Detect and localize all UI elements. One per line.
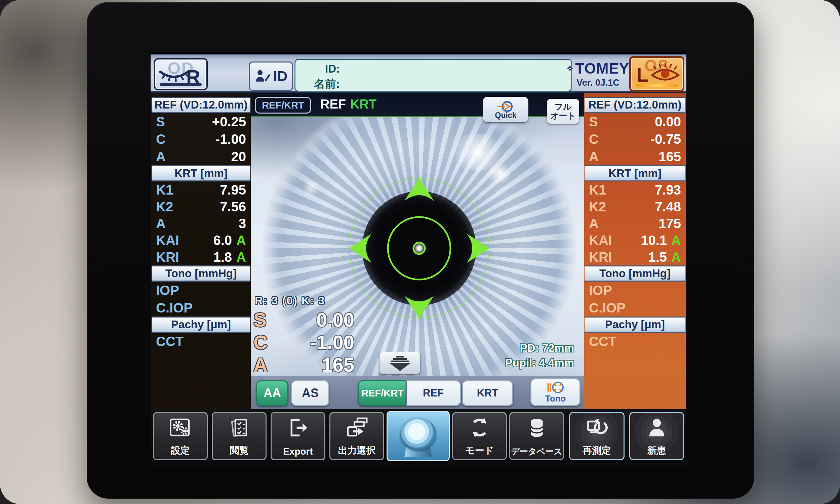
measurement-row: KRI1.8A <box>151 249 251 266</box>
remeasure-button[interactable]: 再測定 <box>569 412 625 460</box>
sca-row: S0.00 <box>253 308 354 331</box>
gear-icon <box>169 417 192 438</box>
mode-refkrt-button[interactable]: REF/KRT <box>358 380 406 406</box>
pd-pupil-readout: PD: 72mm Pupil: 4.4mm <box>505 341 574 370</box>
remeasure-icon <box>585 417 609 438</box>
measurement-row: KRI1.5A <box>584 249 686 266</box>
closed-eyelid-icon <box>158 68 190 84</box>
measurement-row: C.IOP <box>151 299 251 317</box>
sca-row: A165 <box>253 354 354 376</box>
measurement-row: IOP <box>584 282 686 299</box>
mode-ref-button[interactable]: REF <box>406 380 461 406</box>
document-list-icon <box>228 417 251 438</box>
measurement-row: K27.48 <box>584 198 686 215</box>
person-pen-icon <box>254 69 271 84</box>
pachy-section-header: Pachy [μm] <box>585 317 685 332</box>
measurement-row: A3 <box>151 215 251 232</box>
brand-block: TOMEY Ver. 0J.1C <box>567 60 629 88</box>
open-eye-icon <box>650 62 681 83</box>
ref-krt-mode-button[interactable]: REF/KRT <box>255 97 311 113</box>
measurement-row: A165 <box>584 148 686 165</box>
right-eye-button[interactable]: OD R <box>154 58 208 90</box>
mode-select-strip: AA AS REF/KRT REF KRT <box>251 376 584 409</box>
capture-knob-icon <box>396 418 440 458</box>
left-eye-button[interactable]: OS L <box>629 56 684 92</box>
mode-as-button[interactable]: AS <box>291 380 329 406</box>
brand-name: TOMEY <box>575 60 629 77</box>
touchscreen: OD R ID ID: 名前: <box>150 52 686 467</box>
photo-background: OD R ID ID: 名前: <box>0 0 840 504</box>
measurement-row: K17.93 <box>584 181 686 198</box>
mode-aa-button[interactable]: AA <box>256 380 288 406</box>
print-output-button[interactable] <box>379 352 421 374</box>
krt-section-header: KRT [mm] <box>585 165 685 181</box>
quick-label: Quick <box>495 111 517 120</box>
right-eye-underline <box>160 83 202 86</box>
measurement-row: A175 <box>584 215 686 232</box>
measurement-row: KAI6.0A <box>151 232 251 249</box>
tomey-logo-icon <box>567 62 573 75</box>
circular-arrows-icon <box>468 417 491 438</box>
left-eye-label: L <box>636 63 649 86</box>
measurement-row: CCT <box>151 332 251 350</box>
ref-status-label: REF <box>318 93 348 116</box>
left-eye-results-panel: REF (VD:12.0mm) S0.00 C-0.75 A165 KRT [m… <box>584 93 686 409</box>
capture-button[interactable] <box>387 411 450 461</box>
print-select-icon <box>344 417 370 438</box>
database-icon <box>526 417 547 438</box>
firmware-version: Ver. 0J.1C <box>567 78 629 88</box>
view-button[interactable]: 閲覧 <box>212 412 267 460</box>
measurement-row: C.IOP <box>584 299 686 317</box>
top-bar: OD R ID ID: 名前: <box>150 54 686 93</box>
pd-value: PD: 72mm <box>505 341 574 356</box>
ref-section-header: REF (VD:12.0mm) <box>585 97 685 113</box>
measurement-row: IOP <box>151 282 251 299</box>
live-sca-readout: S0.00 C-1.00 A165 <box>253 308 354 376</box>
measurement-row: K17.95 <box>151 181 251 198</box>
settings-button[interactable]: 設定 <box>153 412 208 460</box>
measurement-row: C-1.00 <box>151 130 251 148</box>
down-arrow-icon <box>389 363 411 371</box>
export-button[interactable]: Export <box>271 412 325 460</box>
mode-tono-button[interactable]: Tono <box>531 378 580 406</box>
measurement-row: A20 <box>151 148 251 165</box>
measurement-row: CCT <box>584 332 686 350</box>
measure-count-readout: R: 3 (0) K: 3 <box>255 294 325 307</box>
krt-section-header: KRT [mm] <box>151 165 250 181</box>
measure-mode-strip: REF/KRT REF KRT <box>251 93 584 117</box>
live-eye-view: R: 3 (0) K: 3 S0.00 C-1.00 A165 PD: 72mm… <box>251 117 584 376</box>
tono-section-header: Tono [mmHg] <box>151 266 250 282</box>
tono-section-header: Tono [mmHg] <box>585 266 685 282</box>
id-button-label: ID <box>273 68 287 84</box>
new-patient-button[interactable]: 新患 <box>629 412 684 460</box>
measurement-row: K27.56 <box>151 198 251 215</box>
pupil-value: Pupil: 4.4mm <box>505 356 574 370</box>
person-icon <box>646 417 667 438</box>
measurement-row: C-0.75 <box>584 130 686 148</box>
right-eye-results-panel: REF (VD:12.0mm) S+0.25 C-1.00 A20 KRT [m… <box>151 93 251 409</box>
patient-name-label: 名前: <box>296 77 340 92</box>
measurement-row: S+0.25 <box>151 113 251 130</box>
patient-id-label: ID: <box>296 62 340 75</box>
export-icon <box>286 417 310 438</box>
database-button[interactable]: データベース <box>509 412 564 460</box>
sca-row: C-1.00 <box>253 331 354 354</box>
output-select-button[interactable]: 出力選択 <box>329 412 384 460</box>
left-eye-underline <box>636 84 678 87</box>
bottom-toolbar: 設定 閲覧 Export <box>150 409 686 467</box>
full-auto-button[interactable]: フル オート <box>547 99 579 124</box>
patient-info-field[interactable]: ID: 名前: <box>294 59 572 92</box>
krt-status-label: KRT <box>348 93 378 116</box>
quick-button[interactable]: Quick <box>483 97 529 122</box>
pachy-section-header: Pachy [μm] <box>151 317 250 332</box>
measurement-row: KAI10.1A <box>584 232 686 249</box>
mode-button[interactable]: モード <box>452 412 507 460</box>
measurement-row: S0.00 <box>584 113 686 130</box>
patient-id-button[interactable]: ID <box>249 61 293 91</box>
center-column: REF/KRT REF KRT Quick フル オート <box>251 93 584 409</box>
ref-section-header: REF (VD:12.0mm) <box>151 97 250 113</box>
mode-krt-button[interactable]: KRT <box>462 380 513 406</box>
